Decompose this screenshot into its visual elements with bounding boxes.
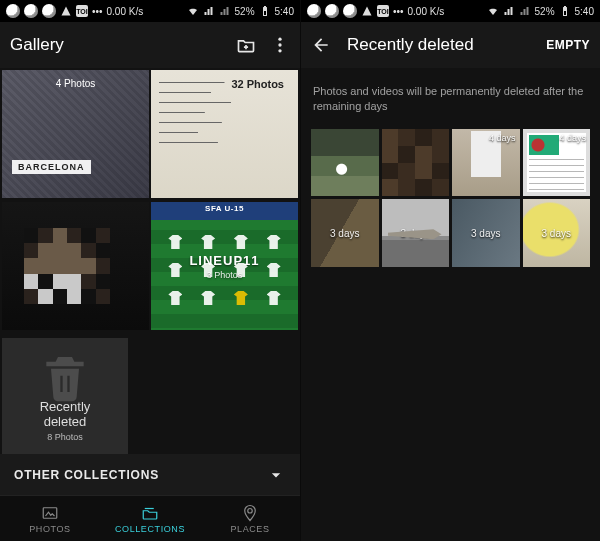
svg-point-4 bbox=[248, 508, 253, 513]
photos-icon bbox=[41, 504, 59, 522]
other-collections-label: OTHER COLLECTIONS bbox=[14, 468, 159, 482]
back-arrow-icon[interactable] bbox=[311, 35, 331, 55]
svg-point-1 bbox=[278, 43, 281, 46]
field-banner: SFA U-15 bbox=[151, 204, 298, 213]
days-label: 3 days bbox=[330, 228, 359, 239]
svg-rect-3 bbox=[43, 507, 57, 518]
deleted-thumb[interactable]: 3 days bbox=[311, 199, 379, 267]
page-title: Gallery bbox=[10, 35, 64, 55]
soccer-ball-icon bbox=[325, 4, 339, 18]
days-label: 3 days bbox=[471, 228, 500, 239]
album-lineup11[interactable]: SFA U-15 LINEUP11 3 Photos bbox=[151, 202, 298, 330]
nav-collections[interactable]: COLLECTIONS bbox=[100, 496, 200, 541]
add-to-album-icon[interactable] bbox=[236, 35, 256, 55]
signal-icon bbox=[503, 5, 515, 17]
battery-percent: 52% bbox=[535, 6, 555, 17]
gallery-appbar: Gallery bbox=[0, 22, 300, 68]
deleted-thumb[interactable] bbox=[382, 129, 450, 197]
nav-photos[interactable]: PHOTOS bbox=[0, 496, 100, 541]
deleted-thumb[interactable]: 4 days bbox=[523, 129, 591, 197]
deleted-thumb[interactable]: 3 days bbox=[452, 199, 520, 267]
album-label: BARCELONA bbox=[12, 160, 91, 174]
info-text: Photos and videos will be permanently de… bbox=[311, 78, 590, 129]
album-barcelona[interactable]: 4 Photos BARCELONA bbox=[2, 70, 149, 198]
bottom-nav: PHOTOS COLLECTIONS PLACES bbox=[0, 495, 300, 541]
album-count: 8 Photos bbox=[47, 432, 83, 442]
wifi-icon bbox=[487, 5, 499, 17]
album-count: 3 Photos bbox=[207, 270, 243, 280]
triangle-icon bbox=[361, 5, 373, 17]
wifi-icon bbox=[187, 5, 199, 17]
album-recently-deleted[interactable]: Recently deleted 8 Photos bbox=[2, 338, 128, 454]
nav-label: PHOTOS bbox=[29, 524, 70, 534]
soccer-ball-icon bbox=[307, 4, 321, 18]
deleted-thumb[interactable] bbox=[311, 129, 379, 197]
soccer-ball-icon bbox=[343, 4, 357, 18]
more-notifications-icon: ••• bbox=[393, 6, 404, 17]
signal-icon bbox=[519, 5, 531, 17]
nav-places[interactable]: PLACES bbox=[200, 496, 300, 541]
page-title: Recently deleted bbox=[347, 35, 474, 55]
app-badge-icon: TOI bbox=[377, 5, 389, 17]
svg-point-2 bbox=[278, 49, 281, 52]
status-bar: TOI ••• 0.00 K/s 52% 5:40 bbox=[0, 0, 300, 22]
album-32-photos[interactable]: 32 Photos bbox=[151, 70, 298, 198]
empty-button[interactable]: EMPTY bbox=[546, 38, 590, 52]
album-count: 32 Photos bbox=[231, 78, 284, 90]
album-pixelated[interactable] bbox=[2, 202, 149, 330]
net-speed: 0.00 K/s bbox=[408, 6, 445, 17]
status-bar: TOI ••• 0.00 K/s 52% 5:40 bbox=[301, 0, 600, 22]
places-icon bbox=[241, 504, 259, 522]
days-label: 4 days bbox=[489, 133, 516, 143]
recently-deleted-appbar: Recently deleted EMPTY bbox=[301, 22, 600, 68]
soccer-ball-icon bbox=[42, 4, 56, 18]
deleted-thumb[interactable]: 3 days bbox=[523, 199, 591, 267]
soccer-ball-icon bbox=[24, 4, 38, 18]
triangle-icon bbox=[60, 5, 72, 17]
deleted-thumb[interactable]: 4 days bbox=[452, 129, 520, 197]
battery-icon bbox=[259, 5, 271, 17]
nav-label: COLLECTIONS bbox=[115, 524, 185, 534]
soccer-ball-icon bbox=[6, 4, 20, 18]
chevron-down-icon bbox=[266, 465, 286, 485]
svg-point-0 bbox=[278, 38, 281, 41]
clock: 5:40 bbox=[575, 6, 594, 17]
battery-icon bbox=[559, 5, 571, 17]
pixelated-image bbox=[24, 228, 110, 304]
more-notifications-icon: ••• bbox=[92, 6, 103, 17]
signal-icon bbox=[219, 5, 231, 17]
deleted-grid: 4 days 4 days 3 days 3 days 3 days 3 day… bbox=[311, 129, 590, 267]
signal-icon bbox=[203, 5, 215, 17]
days-label: 3 days bbox=[401, 228, 430, 239]
left-screen: TOI ••• 0.00 K/s 52% 5:40 bbox=[0, 0, 300, 541]
more-vert-icon[interactable] bbox=[270, 35, 290, 55]
net-speed: 0.00 K/s bbox=[107, 6, 144, 17]
collections-icon bbox=[141, 504, 159, 522]
trash-icon bbox=[37, 350, 93, 406]
other-collections-expander[interactable]: OTHER COLLECTIONS bbox=[0, 454, 300, 495]
days-label: 3 days bbox=[542, 228, 571, 239]
nav-label: PLACES bbox=[230, 524, 269, 534]
right-screen: TOI ••• 0.00 K/s 52% 5:40 bbox=[300, 0, 600, 541]
days-label: 4 days bbox=[559, 133, 586, 143]
battery-percent: 52% bbox=[235, 6, 255, 17]
app-badge-icon: TOI bbox=[76, 5, 88, 17]
deleted-thumb[interactable]: 3 days bbox=[382, 199, 450, 267]
album-count: 4 Photos bbox=[56, 78, 95, 89]
clock: 5:40 bbox=[275, 6, 294, 17]
